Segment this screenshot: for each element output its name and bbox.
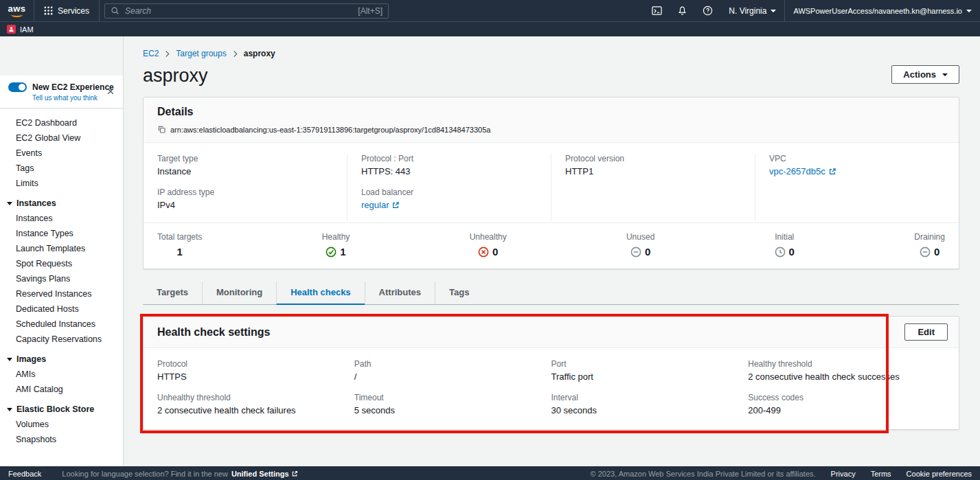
actions-button[interactable]: Actions xyxy=(891,65,959,84)
sidebar: New EC2 Experience Tell us what you thin… xyxy=(0,36,124,466)
tab-tags[interactable]: Tags xyxy=(435,282,483,304)
page-title: asproxy xyxy=(143,65,208,86)
favorites-bar: IAM xyxy=(0,21,980,36)
caret-down-icon xyxy=(771,10,776,12)
sidebar-item-spot-requests[interactable]: Spot Requests xyxy=(0,256,123,271)
sidebar-item-launch-templates[interactable]: Launch Templates xyxy=(0,241,123,256)
draining-icon xyxy=(920,247,931,258)
field-health-port: Port Traffic port xyxy=(551,359,749,382)
section-caret-icon xyxy=(7,408,12,411)
sidebar-item-capacity-reservations[interactable]: Capacity Reservations xyxy=(0,332,123,347)
sidebar-item-dedicated-hosts[interactable]: Dedicated Hosts xyxy=(0,301,123,317)
new-experience-subtitle[interactable]: Tell us what you think xyxy=(32,94,115,102)
nav-divider xyxy=(99,0,100,21)
sidebar-item-instance-types[interactable]: Instance Types xyxy=(0,226,123,241)
summary-draining: Draining 0 xyxy=(914,232,945,258)
aws-logo-smile xyxy=(11,12,23,17)
services-grid-icon xyxy=(44,6,53,15)
healthy-icon xyxy=(326,247,337,258)
sidebar-item-savings-plans[interactable]: Savings Plans xyxy=(0,271,123,286)
external-link-icon xyxy=(828,168,836,176)
summary-initial: Initial 0 xyxy=(775,232,795,258)
field-health-path: Path / xyxy=(354,359,551,382)
sidebar-item-ami-catalog[interactable]: AMI Catalog xyxy=(0,382,123,397)
new-experience-panel: New EC2 Experience Tell us what you thin… xyxy=(0,76,123,108)
sidebar-item-tags[interactable]: Tags xyxy=(0,161,123,176)
field-target-type: Target type Instance xyxy=(157,154,333,176)
field-timeout: Timeout 5 seconds xyxy=(354,393,551,415)
nav-right-cluster: N. Virginia AWSPowerUserAccess/navaneeth… xyxy=(644,0,980,21)
sidebar-item-limits[interactable]: Limits xyxy=(0,176,123,191)
field-healthy-threshold: Healthy threshold 2 consecutive health c… xyxy=(748,359,945,382)
tab-attributes[interactable]: Attributes xyxy=(365,282,435,304)
sidebar-item-ec2-global-view[interactable]: EC2 Global View xyxy=(0,130,123,146)
search-icon xyxy=(111,6,119,15)
field-vpc: VPC vpc-2657db5c xyxy=(769,154,945,176)
sidebar-item-instances[interactable]: Instances xyxy=(0,211,123,226)
top-navigation: aws Services [Alt+S] xyxy=(0,0,980,21)
vpc-link[interactable]: vpc-2657db5c xyxy=(769,166,836,176)
field-health-protocol: Protocol HTTPS xyxy=(157,359,354,382)
sidebar-item-reserved-instances[interactable]: Reserved Instances xyxy=(0,286,123,301)
copy-icon[interactable] xyxy=(157,125,166,134)
aws-logo-text: aws xyxy=(8,5,25,12)
targets-summary: Total targets 1 Healthy 1 Unhealt xyxy=(144,222,959,268)
region-selector[interactable]: N. Virginia xyxy=(720,6,784,16)
sidebar-section-images[interactable]: Images xyxy=(0,347,123,367)
new-experience-toggle[interactable] xyxy=(8,82,27,92)
breadcrumb-target-groups[interactable]: Target groups xyxy=(176,49,226,58)
details-card: Details arn:aws:elasticloadbalancing:us-… xyxy=(143,97,959,269)
sidebar-section-instances[interactable]: Instances xyxy=(0,191,123,211)
tab-bar: Targets Monitoring Health checks Attribu… xyxy=(143,282,959,305)
iam-service-icon xyxy=(7,25,16,34)
iam-shortcut[interactable]: IAM xyxy=(20,25,34,34)
cloudshell-icon xyxy=(652,5,662,16)
footer: Feedback Looking for language selection?… xyxy=(0,466,980,480)
breadcrumb: EC2 Target groups asproxy xyxy=(143,36,959,58)
aws-console: aws Services [Alt+S] xyxy=(0,0,980,480)
sidebar-item-events[interactable]: Events xyxy=(0,146,123,161)
field-unhealthy-threshold: Unhealthy threshold 2 consecutive health… xyxy=(157,393,354,415)
sidebar-item-scheduled-instances[interactable]: Scheduled Instances xyxy=(0,317,123,332)
load-balancer-link[interactable]: regular xyxy=(361,200,400,210)
edit-button[interactable]: Edit xyxy=(904,323,948,341)
health-check-title: Health check settings xyxy=(157,326,271,339)
sidebar-spacer xyxy=(0,36,123,76)
privacy-link[interactable]: Privacy xyxy=(831,470,856,478)
main-content: EC2 Target groups asproxy asproxy Action… xyxy=(124,36,980,466)
field-protocol-version: Protocol version HTTP1 xyxy=(565,154,741,176)
breadcrumb-separator-icon xyxy=(165,50,170,58)
region-label: N. Virginia xyxy=(729,6,766,16)
cloudshell-button[interactable] xyxy=(644,0,670,21)
services-menu[interactable]: Services xyxy=(34,0,99,21)
unified-settings-link[interactable]: Unified Settings xyxy=(231,470,298,478)
account-menu[interactable]: AWSPowerUserAccess/navaneeth.kn@harness.… xyxy=(785,7,980,15)
tab-monitoring[interactable]: Monitoring xyxy=(202,282,276,304)
search-input[interactable] xyxy=(124,5,354,16)
field-success-codes: Success codes 200-499 xyxy=(748,393,945,415)
cookie-preferences-link[interactable]: Cookie preferences xyxy=(907,470,972,478)
sidebar-item-ec2-dashboard[interactable]: EC2 Dashboard xyxy=(0,115,123,130)
breadcrumb-current: asproxy xyxy=(244,49,275,58)
close-icon[interactable] xyxy=(106,87,115,98)
help-icon xyxy=(703,5,713,16)
aws-logo[interactable]: aws xyxy=(0,0,34,21)
account-label: AWSPowerUserAccess/navaneeth.kn@harness.… xyxy=(793,7,962,15)
help-button[interactable] xyxy=(695,0,720,21)
tab-health-checks[interactable]: Health checks xyxy=(276,282,364,305)
sidebar-section-elastic-block-store[interactable]: Elastic Block Store xyxy=(0,397,123,417)
sidebar-item-amis[interactable]: AMIs xyxy=(0,367,123,382)
tab-targets[interactable]: Targets xyxy=(143,282,202,304)
search-bar[interactable]: [Alt+S] xyxy=(104,3,389,19)
target-group-arn: arn:aws:elasticloadbalancing:us-east-1:3… xyxy=(170,126,490,134)
external-link-icon xyxy=(391,201,400,209)
sidebar-item-snapshots[interactable]: Snapshots xyxy=(0,432,123,447)
breadcrumb-ec2[interactable]: EC2 xyxy=(143,49,159,58)
feedback-link[interactable]: Feedback xyxy=(8,470,41,478)
terms-link[interactable]: Terms xyxy=(871,470,891,478)
copyright-text: © 2023, Amazon Web Services India Privat… xyxy=(591,470,816,478)
sidebar-item-volumes[interactable]: Volumes xyxy=(0,417,123,432)
notifications-button[interactable] xyxy=(670,0,695,21)
field-ip-address-type: IP address type IPv4 xyxy=(157,187,333,210)
details-title: Details xyxy=(157,106,945,118)
